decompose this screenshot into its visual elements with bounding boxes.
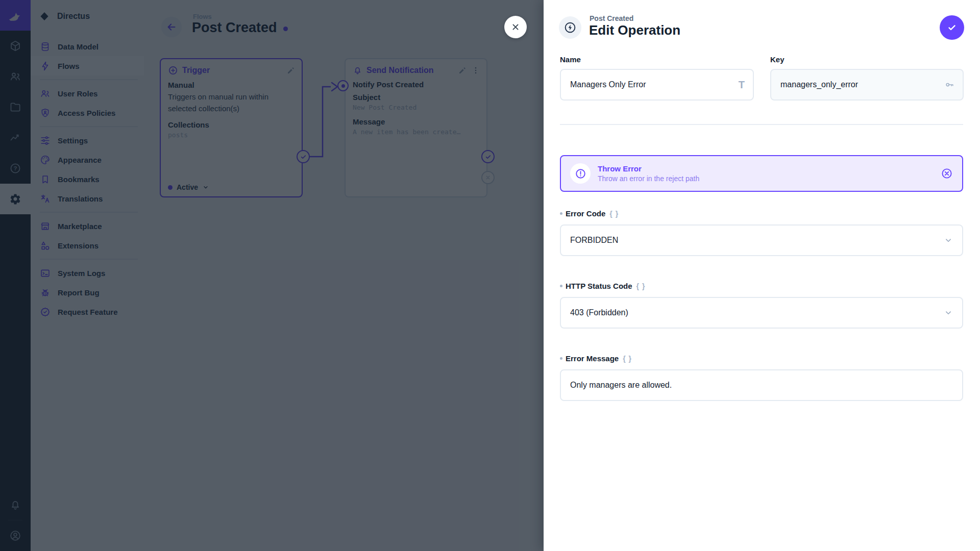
error-message-input[interactable] [561,370,962,400]
raw-value-braces-icon[interactable]: { } [609,210,619,218]
drawer-title: Edit Operation [589,22,680,38]
name-input[interactable] [561,70,753,99]
key-input-wrap [770,69,964,101]
key-input[interactable] [771,70,963,99]
http-status-select[interactable]: 403 (Forbidden) [560,297,963,329]
save-button[interactable] [940,15,964,40]
remove-operation-icon[interactable] [941,167,953,180]
throw-error-subtitle: Throw an error in the reject path [598,174,699,183]
throw-error-panel[interactable]: Throw Error Throw an error in the reject… [560,155,963,192]
circle-bolt-icon [564,21,577,34]
drawer-divider [560,124,963,125]
error-code-value: FORBIDDEN [570,236,618,245]
http-status-value: 403 (Forbidden) [570,308,628,317]
alert-circle-icon [570,163,591,184]
required-dot [560,357,562,360]
chevron-down-icon [944,308,953,317]
error-message-label: Error Message [566,354,619,363]
check-icon [946,22,958,33]
directus-flows-screen: Flows Post Created Trigger Manual Trigge… [0,0,980,551]
name-label: Name [560,55,754,64]
close-icon [510,22,521,32]
title-formatter-icon[interactable]: T [739,79,745,91]
throw-error-title: Throw Error [598,164,699,173]
close-drawer-button[interactable] [504,16,527,38]
error-message-input-wrap [560,369,963,401]
drawer-header-icon-badge [559,16,581,39]
raw-value-braces-icon[interactable]: { } [636,282,646,290]
required-dot [560,212,562,215]
drawer-breadcrumb: Post Created [590,14,633,22]
key-field-group: Key [770,55,964,101]
key-label: Key [770,55,964,64]
name-field-group: Name T [560,55,754,101]
chevron-down-icon [944,236,953,245]
http-status-label: HTTP Status Code [566,282,632,290]
error-code-label-row: Error Code { } [560,209,619,218]
required-dot [560,285,562,287]
raw-value-braces-icon[interactable]: { } [623,355,632,363]
http-status-label-row: HTTP Status Code { } [560,282,645,290]
error-message-label-row: Error Message { } [560,354,632,363]
error-code-label: Error Code [566,209,605,218]
name-input-wrap: T [560,69,754,101]
error-code-select[interactable]: FORBIDDEN [560,224,963,256]
key-icon [944,80,954,90]
edit-operation-drawer: Post Created Edit Operation Name T Key [544,0,980,551]
throw-error-text: Throw Error Throw an error in the reject… [598,164,699,183]
